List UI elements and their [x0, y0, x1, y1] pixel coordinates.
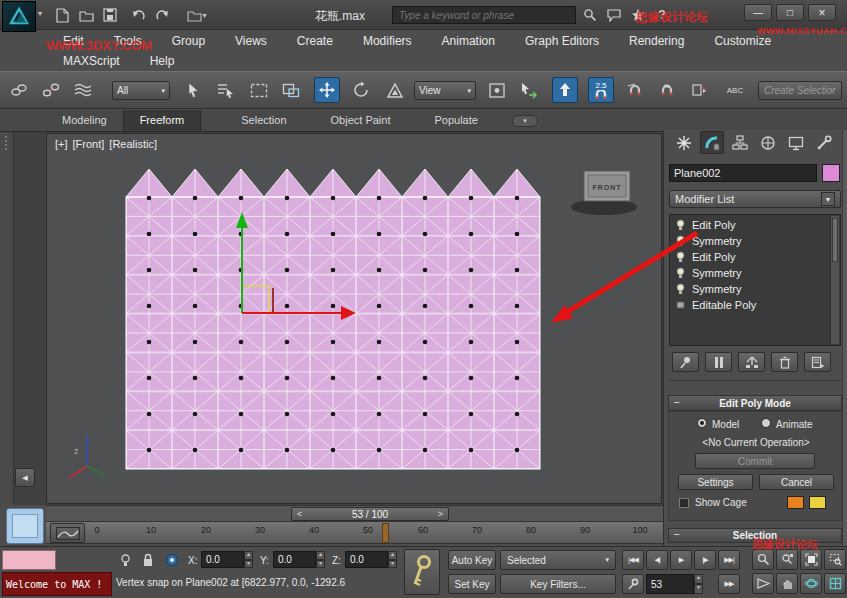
commit-button[interactable]: Commit — [695, 453, 815, 469]
select-and-link-button[interactable] — [6, 77, 32, 103]
orbit-button[interactable] — [800, 573, 822, 594]
menu-rendering[interactable]: Rendering — [614, 30, 699, 52]
scene-explorer-expand-button[interactable]: ◀ — [15, 468, 35, 487]
unlink-selection-button[interactable] — [38, 77, 64, 103]
key-mode-toggle-button[interactable] — [622, 574, 644, 594]
zoom-button[interactable] — [752, 549, 774, 570]
ribbon-tab-modeling[interactable]: Modeling — [46, 110, 123, 131]
time-slider-handle[interactable]: < 53 / 100 > — [291, 507, 449, 521]
viewport-shading-menu[interactable]: [Realistic] — [109, 138, 157, 150]
x-coord-spinner[interactable]: ▲▼ — [244, 551, 253, 568]
viewport-layout-tab[interactable] — [6, 508, 44, 544]
hierarchy-tab[interactable] — [728, 132, 752, 154]
select-by-name-button[interactable] — [212, 77, 238, 103]
mesh-top-peaks[interactable] — [126, 169, 540, 197]
select-and-rotate-button[interactable] — [348, 77, 374, 103]
select-object-button[interactable] — [180, 77, 206, 103]
menu-customize[interactable]: Customize — [699, 30, 786, 52]
adaptive-degradation-button[interactable] — [116, 551, 134, 569]
modifier-stack-item-editable-poly[interactable]: Editable Poly — [670, 297, 840, 313]
motion-tab[interactable] — [756, 132, 780, 154]
select-and-scale-button[interactable] — [382, 77, 408, 103]
auto-key-button[interactable]: Auto Key — [448, 550, 496, 570]
ribbon-tab-populate[interactable]: Populate — [418, 110, 493, 131]
select-and-manipulate-button[interactable] — [516, 77, 542, 103]
selection-rollout-header[interactable]: − Selection — [668, 528, 842, 543]
mini-curve-editor-button[interactable] — [50, 523, 85, 543]
display-tab[interactable] — [784, 132, 808, 154]
named-selection-set-dropdown[interactable]: Create Selection — [758, 81, 842, 100]
modifier-stack-item-symmetry-2[interactable]: Symmetry — [670, 265, 840, 281]
time-slider-track[interactable]: < 53 / 100 > — [46, 505, 663, 522]
z-coord-field[interactable]: 0.0 — [345, 551, 388, 568]
go-to-start-button[interactable]: |◀◀ — [622, 550, 644, 570]
menu-maxscript[interactable]: MAXScript — [48, 50, 135, 71]
show-end-result-button[interactable] — [705, 352, 732, 372]
minimize-button[interactable]: — — [744, 4, 772, 21]
make-unique-button[interactable] — [738, 352, 765, 372]
cage-color-swatch-2[interactable] — [809, 496, 826, 509]
z-coord-spinner[interactable]: ▲▼ — [388, 551, 397, 568]
previous-frame-arrow[interactable]: < — [297, 509, 302, 519]
modifier-stack-item-symmetry-3[interactable]: Symmetry — [670, 281, 840, 297]
zoom-all-button[interactable] — [776, 549, 798, 570]
close-button[interactable]: × — [808, 4, 836, 21]
select-and-place-button[interactable] — [552, 77, 578, 103]
key-filters-button[interactable]: Key Filters... — [500, 574, 616, 594]
y-coord-spinner[interactable]: ▲▼ — [316, 551, 325, 568]
stack-scrollbar[interactable] — [830, 216, 839, 344]
current-frame-field[interactable]: 53 — [646, 574, 694, 594]
object-color-swatch[interactable] — [822, 164, 840, 182]
window-crossing-toggle-button[interactable] — [278, 77, 304, 103]
communication-center-button[interactable] — [604, 6, 624, 24]
maximize-viewport-toggle[interactable] — [824, 573, 846, 594]
cage-color-swatch-1[interactable] — [787, 496, 804, 509]
ribbon-tab-selection[interactable]: Selection — [225, 110, 302, 131]
save-file-button[interactable] — [100, 6, 120, 24]
x-coord-field[interactable]: 0.0 — [201, 551, 244, 568]
maxscript-listener-output[interactable]: Welcome to MAX ! — [2, 572, 112, 596]
menu-help[interactable]: Help — [135, 50, 190, 71]
previous-frame-button[interactable]: ◀| — [646, 550, 668, 570]
app-logo[interactable] — [2, 1, 36, 32]
zoom-region-button[interactable] — [824, 549, 846, 570]
go-to-end-key-button[interactable]: ▶▶ — [718, 574, 740, 594]
frame-marker[interactable] — [382, 523, 389, 543]
favorites-button[interactable] — [628, 6, 648, 24]
selection-set-dropdown[interactable]: Selected ▾ — [500, 550, 616, 570]
menu-group[interactable]: Group — [157, 30, 220, 52]
menu-modifiers[interactable]: Modifiers — [348, 30, 427, 52]
object-name-field[interactable]: Plane002 — [669, 164, 817, 182]
set-keys-button[interactable] — [404, 549, 440, 595]
spinner-snap-toggle-button[interactable] — [686, 77, 712, 103]
toolbar-grip[interactable] — [5, 136, 9, 150]
maxscript-listener-input[interactable] — [2, 550, 56, 570]
select-and-move-button[interactable] — [314, 77, 340, 103]
viewport-pov-menu[interactable]: [Front] — [73, 138, 105, 150]
play-animation-button[interactable]: ▶ — [670, 550, 692, 570]
menu-views[interactable]: Views — [220, 30, 282, 52]
menu-create[interactable]: Create — [282, 30, 348, 52]
selection-filter-dropdown[interactable]: All ▾ — [112, 81, 170, 100]
ribbon-tab-object-paint[interactable]: Object Paint — [315, 110, 407, 131]
cancel-button[interactable]: Cancel — [759, 474, 834, 490]
menu-animation[interactable]: Animation — [427, 30, 510, 52]
frame-spinner[interactable]: ▲▼ — [694, 574, 703, 594]
ribbon-minimize-toggle[interactable]: ▾ — [512, 115, 538, 127]
open-file-button[interactable] — [76, 6, 96, 24]
modifier-stack-item-symmetry-1[interactable]: Symmetry — [670, 233, 840, 249]
undo-button[interactable] — [128, 6, 148, 24]
animate-radio[interactable] — [761, 418, 771, 428]
settings-button[interactable]: Settings — [678, 474, 753, 490]
maximize-button[interactable]: □ — [776, 4, 804, 21]
menu-edit[interactable]: Edit — [48, 30, 99, 52]
create-tab[interactable] — [672, 132, 696, 154]
modifier-stack-item-edit-poly-2[interactable]: Edit Poly — [670, 249, 840, 265]
set-key-button[interactable]: Set Key — [448, 574, 496, 594]
selection-lock-toggle[interactable] — [138, 550, 158, 570]
search-input[interactable] — [392, 6, 576, 24]
logo-dropdown-icon[interactable]: ▾ — [38, 9, 42, 18]
panel-scrollbar[interactable] — [842, 130, 847, 546]
modify-tab[interactable] — [700, 131, 724, 154]
percent-snap-toggle-button[interactable]: % — [654, 77, 680, 103]
